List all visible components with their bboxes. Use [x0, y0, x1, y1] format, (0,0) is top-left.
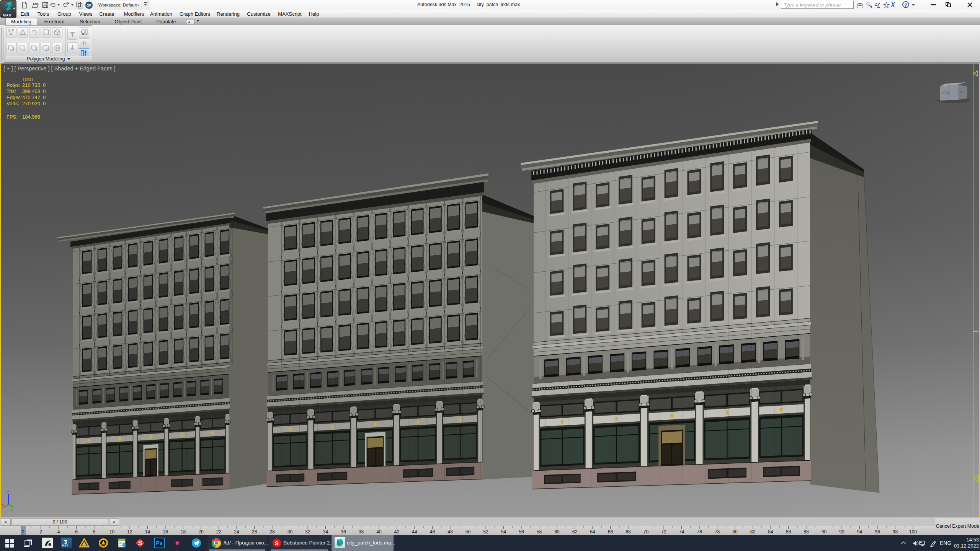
svg-text:68: 68: [626, 529, 631, 535]
svg-text:Edges:: Edges:: [7, 95, 22, 100]
svg-text:Tris:: Tris:: [7, 88, 16, 94]
svg-text:Verts:: Verts:: [7, 101, 19, 106]
svg-text:30: 30: [287, 529, 293, 535]
svg-text:66: 66: [608, 529, 613, 535]
svg-text:38: 38: [359, 529, 364, 535]
svg-text:y: y: [11, 507, 13, 512]
svg-text:50: 50: [466, 529, 471, 535]
svg-text:36: 36: [341, 529, 346, 535]
svg-text:3ACK: 3ACK: [942, 91, 951, 95]
svg-text:10: 10: [109, 529, 115, 535]
svg-text:0: 0: [43, 88, 46, 94]
svg-text:44: 44: [412, 529, 417, 535]
svg-text:80: 80: [732, 529, 738, 535]
svg-text:22: 22: [216, 529, 222, 535]
svg-text:88: 88: [804, 529, 809, 535]
svg-text:270 920: 270 920: [22, 101, 40, 106]
svg-text:34: 34: [323, 529, 328, 535]
svg-text:92: 92: [839, 529, 844, 535]
svg-text:94: 94: [857, 529, 862, 535]
svg-text:0: 0: [43, 82, 46, 88]
svg-text:100: 100: [909, 529, 917, 535]
svg-text:86: 86: [786, 529, 791, 535]
svg-text:18: 18: [181, 529, 186, 535]
svg-text:70: 70: [644, 529, 649, 535]
svg-text:52: 52: [483, 529, 488, 535]
svg-text:6: 6: [75, 529, 78, 535]
svg-text:8: 8: [93, 529, 96, 535]
svg-text:Polys:: Polys:: [7, 82, 20, 88]
svg-text:S: S: [138, 540, 142, 546]
svg-text:90: 90: [822, 529, 827, 535]
svg-text:x: x: [2, 502, 4, 507]
svg-text:210 735: 210 735: [22, 82, 40, 88]
svg-text:0: 0: [43, 101, 46, 106]
svg-text:26: 26: [252, 529, 257, 535]
svg-text:76: 76: [697, 529, 702, 535]
svg-text:[ + ] [ Perspective ] [ Shaded: [ + ] [ Perspective ] [ Shaded + Edged F…: [3, 65, 116, 72]
svg-text:60: 60: [554, 529, 560, 535]
svg-text:24: 24: [234, 529, 239, 535]
svg-text:62: 62: [572, 529, 578, 535]
svg-text:z: z: [7, 489, 9, 494]
svg-text:40: 40: [376, 529, 382, 535]
svg-text:0: 0: [22, 529, 24, 535]
svg-text:48: 48: [448, 529, 453, 535]
svg-text:5T: 5T: [960, 90, 964, 94]
svg-text:78: 78: [715, 529, 720, 535]
svg-text:184,966: 184,966: [22, 114, 40, 120]
svg-text:2: 2: [39, 529, 42, 535]
svg-text:72: 72: [661, 529, 666, 535]
svg-text:399 403: 399 403: [22, 88, 40, 94]
svg-text:46: 46: [430, 529, 435, 535]
svg-text:64: 64: [590, 529, 595, 535]
svg-text:32: 32: [305, 529, 310, 535]
svg-text:16: 16: [163, 529, 168, 535]
svg-text:14: 14: [145, 529, 150, 535]
svg-text:42: 42: [394, 529, 400, 535]
svg-text:FPS:: FPS:: [7, 114, 18, 120]
svg-text:472 747: 472 747: [22, 95, 40, 100]
svg-text:82: 82: [750, 529, 756, 535]
svg-text:4: 4: [57, 529, 60, 535]
svg-text:98: 98: [893, 529, 898, 535]
svg-text:56: 56: [519, 529, 524, 535]
svg-text:0: 0: [43, 95, 46, 100]
svg-text:28: 28: [270, 529, 275, 535]
svg-text:74: 74: [679, 529, 684, 535]
svg-text:S: S: [275, 540, 279, 546]
svg-text:96: 96: [875, 529, 880, 535]
svg-text:54: 54: [501, 529, 506, 535]
svg-text:12: 12: [127, 529, 132, 535]
svg-text:20: 20: [198, 529, 204, 535]
svg-text:Total: Total: [22, 77, 33, 82]
svg-text:58: 58: [537, 529, 542, 535]
svg-text:84: 84: [768, 529, 773, 535]
